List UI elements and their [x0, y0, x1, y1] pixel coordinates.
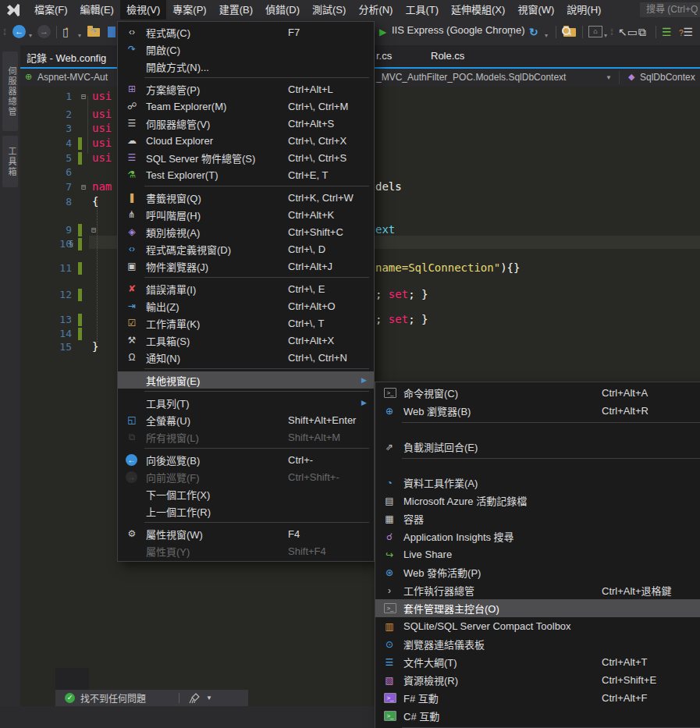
run-target-label[interactable]: IIS Express (Google Chrome) [392, 24, 525, 36]
menu-item[interactable]: ◈ 類別檢視(A) Ctrl+Shift+C ▶ [118, 223, 374, 240]
menu-item[interactable]: ◱ 全螢幕(U) Shift+Alt+Enter ▶ [118, 411, 374, 428]
open-file-button[interactable]: ↷ [87, 28, 100, 37]
refresh-icon[interactable]: ↻ [529, 25, 538, 39]
copy-structure-button[interactable]: ⧉ [638, 25, 646, 39]
menu-item[interactable]: → 向前巡覽(F) Ctrl+Shift+- ▶ [118, 468, 374, 485]
navigate-forward-button[interactable]: → [37, 25, 51, 38]
menu-debug[interactable]: 偵錯(D) [259, 0, 306, 20]
run-button[interactable]: ▶ [379, 25, 386, 39]
format-selection-button[interactable]: ?☰ [679, 25, 693, 41]
menu-item[interactable]: >_ 套件管理器主控台(O) ▶ [375, 599, 700, 617]
menu-item[interactable]: ⊛ Web 發佈活動(P) ▶ [375, 563, 700, 581]
menu-item[interactable]: >_ 命令視窗(C) Ctrl+Alt+A ▶ [375, 384, 700, 402]
menu-test[interactable]: 測試(S) [306, 0, 352, 20]
preview-window-button[interactable]: ⌂ [588, 26, 602, 37]
menu-item-shortcut: Shift+Alt+Enter [288, 414, 356, 426]
menu-item[interactable]: 上一個工作(R) ▶ [118, 502, 374, 520]
fold-collapse-icon[interactable]: ⊟ [81, 182, 86, 192]
menu-item[interactable]: ↷ 開啟(C) ▶ [118, 41, 374, 58]
select-element-button[interactable]: ↖▭ [618, 25, 638, 39]
menu-item[interactable]: ✘ 錯誤清單(I) Ctrl+\, E ▶ [118, 280, 374, 297]
menu-item[interactable]: ⊕ Web 瀏覽器(B) Ctrl+Alt+R ▶ [375, 402, 700, 420]
menu-item[interactable]: ⊙ 瀏覽器連結儀表板 ▶ [375, 635, 700, 653]
save-button[interactable] [108, 27, 115, 37]
menu-item[interactable]: ☑ 工作清單(K) Ctrl+\, T ▶ [118, 314, 374, 332]
code-cleanup-broom-icon[interactable] [189, 693, 200, 704]
document-tab-webconfig[interactable]: 記錄 - Web.config [27, 50, 106, 65]
menu-item[interactable]: ☰ 文件大綱(T) Ctrl+Alt+T ▶ [375, 653, 700, 671]
code-fragment: { [92, 195, 98, 208]
menu-file[interactable]: 檔案(F) [28, 0, 74, 20]
menu-item[interactable]: ⚗ Test Explorer(T) Ctrl+E, T ▶ [118, 166, 374, 183]
menu-item[interactable]: ▦ 容器 ▶ [375, 510, 700, 527]
breadcrumb-project[interactable]: Aspnet-MVC-Aut [37, 72, 108, 83]
quick-search-input[interactable]: 搜尋 (Ctrl+Q [640, 2, 700, 17]
menu-item[interactable]: ▥ SQLite/SQL Server Compact Toolbox ▶ [375, 617, 700, 635]
reference-paperclip-icon[interactable]: § [69, 237, 74, 250]
menu-item[interactable]: ◔ 資料工具作業(A) ▶ [375, 474, 700, 492]
document-health-indicator[interactable]: ✓ 找不到任何問題 ▼ [55, 690, 248, 706]
side-tab-toolbox[interactable]: 工具箱 [2, 136, 18, 187]
menu-project[interactable]: 專案(P) [166, 0, 212, 20]
menu-item[interactable]: ⚙ 屬性視窗(W) F4 ▶ [118, 525, 374, 542]
fold-collapse-icon[interactable]: ⊟ [81, 91, 86, 101]
menu-view[interactable]: 檢視(V) [120, 0, 166, 20]
visual-studio-window: 檔案(F) 編輯(E) 檢視(V) 專案(P) 建置(B) 偵錯(D) 測試(S… [0, 0, 700, 728]
breadcrumb-member-dropdown[interactable]: SqlDbContex [640, 72, 695, 83]
format-document-button[interactable]: ☰ [662, 25, 672, 39]
menu-item[interactable]: ⇥ 輸出(Z) Ctrl+Alt+O ▶ [118, 297, 374, 314]
menu-item[interactable]: ▤ Microsoft Azure 活動記錄檔 ▶ [375, 492, 700, 510]
menu-item[interactable]: >_ C# 互動 ▶ [375, 707, 700, 725]
side-tab-server-explorer[interactable]: 伺服器總管 [2, 51, 18, 131]
menu-item[interactable]: ☌ Application Insights 搜尋 ▶ [375, 527, 700, 545]
navigate-back-dropdown-icon[interactable]: ▾ [29, 29, 32, 43]
menu-item[interactable]: 其他視窗(E) ▶ [118, 371, 374, 389]
menu-edit[interactable]: 編輯(E) [74, 0, 120, 20]
menu-item[interactable]: ☍ Team Explorer(M) Ctrl+\, Ctrl+M ▶ [118, 98, 374, 115]
menu-item[interactable]: ‹› 程式碼(C) F7 ▶ [118, 23, 374, 41]
full-screen-icon: ◱ [123, 414, 140, 426]
cleanup-dropdown-icon[interactable]: ▼ [206, 694, 212, 701]
menu-item[interactable]: ⋔ 呼叫階層(H) Ctrl+Alt+K ▶ [118, 206, 374, 223]
menu-item[interactable]: ❚ 書籤視窗(Q) Ctrl+K, Ctrl+W ▶ [118, 189, 374, 206]
breadcrumb-type-dropdown[interactable]: _MVC_AuthFilter_POC.Models.SqlDbContext [376, 72, 566, 83]
toolbar-grip-icon[interactable]: ⁞⁞ [3, 25, 5, 39]
menu-item[interactable]: ‹› 程式碼定義視窗(D) Ctrl+\, D ▶ [118, 240, 374, 257]
menu-help[interactable]: 說明(H) [560, 0, 607, 20]
menu-item[interactable]: ▣ 物件瀏覽器(J) Ctrl+Alt+J ▶ [118, 257, 374, 275]
refresh-dropdown-icon[interactable]: ▾ [545, 29, 548, 43]
new-project-button[interactable]: ▯* [62, 25, 71, 41]
menu-item[interactable]: 工具列(T) ▶ [118, 394, 374, 411]
menu-item[interactable]: ▧ 資源檢視(R) Ctrl+Shift+E ▶ [375, 671, 700, 689]
document-tab-role[interactable]: Role.cs [431, 50, 464, 62]
run-dropdown-icon[interactable]: ▾ [509, 29, 512, 43]
menu-build[interactable]: 建置(B) [213, 0, 259, 20]
menu-tools[interactable]: 工具(T) [399, 0, 445, 20]
menu-item[interactable]: ← 向後巡覽(B) Ctrl+- ▶ [118, 451, 374, 468]
navigate-back-button[interactable]: ← [12, 25, 26, 38]
menu-window[interactable]: 視窗(W) [511, 0, 560, 20]
menu-item[interactable]: ⚒ 工具箱(S) Ctrl+Alt+X ▶ [118, 332, 374, 349]
menu-item[interactable]: >_ F# 互動 Ctrl+Alt+F ▶ [375, 689, 700, 707]
menu-item[interactable]: ☰ SQL Server 物件總管(S) Ctrl+\, Ctrl+S ▶ [118, 149, 374, 166]
new-project-dropdown-icon[interactable]: ▾ [78, 29, 81, 43]
menu-extensions[interactable]: 延伸模組(X) [445, 0, 511, 20]
toolbar-grip-icon[interactable]: ⁞⁞ [610, 25, 612, 39]
chevron-down-icon[interactable]: ▼ [606, 74, 612, 81]
document-tab-partial[interactable]: r.cs [376, 50, 392, 62]
menu-item[interactable]: 開啟方式(N)... ▶ [118, 58, 374, 75]
menu-item[interactable]: › 工作執行器總管 Ctrl+Alt+退格鍵 ▶ [375, 581, 700, 599]
line-number: 2 [20, 108, 72, 121]
menu-item[interactable]: ⊞ 方案總管(P) Ctrl+Alt+L ▶ [118, 80, 374, 98]
fold-collapse-icon[interactable]: ⊟ [91, 225, 96, 235]
menu-item[interactable]: 屬性頁(Y) Shift+F4 ▶ [118, 542, 374, 559]
menu-item[interactable]: ☁ Cloud Explorer Ctrl+\, Ctrl+X ▶ [118, 132, 374, 149]
menu-item[interactable]: 下一個工作(X) ▶ [118, 485, 374, 502]
menu-item[interactable]: ⇗ 負載測試回合(E) ▶ [375, 438, 700, 456]
menu-item[interactable]: ↪ Live Share ▶ [375, 545, 700, 563]
menu-analyze[interactable]: 分析(N) [352, 0, 399, 20]
menu-item[interactable]: ☰ 伺服器總管(V) Ctrl+Alt+S ▶ [118, 115, 374, 132]
preview-dropdown-icon[interactable]: ▾ [604, 29, 607, 43]
menu-item[interactable]: ⧉ 所有視窗(L) Shift+Alt+M ▶ [118, 428, 374, 446]
menu-item[interactable]: Ω 通知(N) Ctrl+\, Ctrl+N ▶ [118, 349, 374, 366]
